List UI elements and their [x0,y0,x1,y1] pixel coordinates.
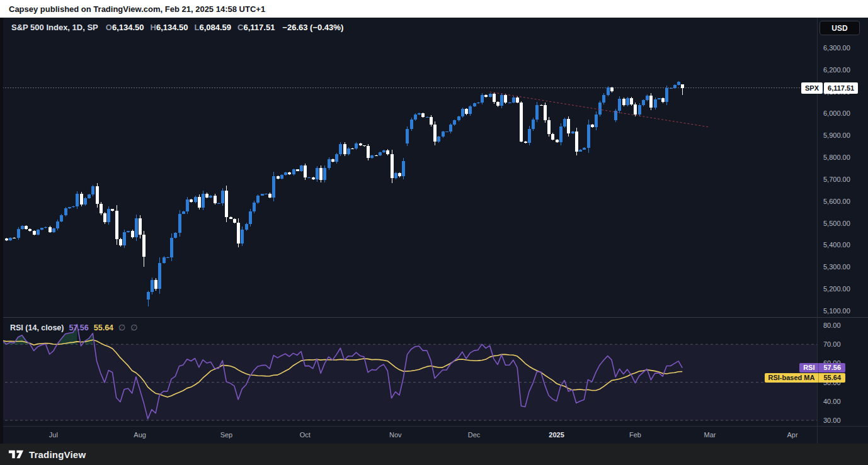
price-axis-label: 6,200.00 [823,65,850,74]
left-edge-strip [0,18,3,444]
tradingview-logo[interactable]: TradingView [8,449,86,460]
change-value: −26.63 (−0.43%) [282,23,343,32]
pane-separator[interactable] [0,317,868,318]
price-axis-label: 6,300.00 [823,43,850,52]
time-axis-label: Apr [780,431,805,439]
rsi-legend: RSI (14, close) 57.56 55.64 ∅ ∅ [10,323,138,332]
time-axis-label: Feb [622,431,648,439]
price-axis-label: 5,500.00 [823,219,850,228]
rsi-current-value: 57.56 [69,323,88,332]
time-axis-label: 2025 [544,431,569,439]
page: Capsey published on TradingView.com, Feb… [0,0,868,465]
tradingview-logo-text: TradingView [29,449,86,460]
price-axis-label: 5,700.00 [823,175,850,184]
candlestick-series [5,81,684,306]
attribution-bar: Capsey published on TradingView.com, Feb… [0,0,868,18]
ohlc-values: O6,134.50 H6,134.50 L6,084.59 C6,117.51 [106,23,275,32]
rsi-value-badge: RSI 57.56 [799,363,845,373]
time-axis-label: Jul [41,431,66,439]
time-axis-label: Mar [697,431,722,439]
rsi-ma-badge-label: RSI-based MA [765,373,819,383]
open-value: O6,134.50 [106,23,144,32]
low-value: L6,084.59 [195,23,232,32]
price-line-value: 6,117.51 [824,82,858,94]
rsi-axis-label: 30.00 [823,416,841,425]
attribution-text: Capsey published on TradingView.com, Feb… [9,4,265,14]
rsi-null-icon-2[interactable]: ∅ [130,323,137,332]
price-axis-label: 5,100.00 [823,306,850,315]
rsi-null-icon-1[interactable]: ∅ [118,323,125,332]
rsi-title[interactable]: RSI (14, close) [10,323,64,332]
symbol-legend: S&P 500 Index, 1D, SP O6,134.50 H6,134.5… [11,23,343,32]
price-line-symbol: SPX [801,82,823,94]
rsi-badge-label: RSI [799,363,818,373]
price-axis-label: 5,200.00 [823,284,850,293]
rsi-ma-current-value: 55.64 [94,323,113,332]
tradingview-logo-icon [8,449,24,459]
rsi-axis-label: 80.00 [823,321,841,330]
price-axis-label: 5,800.00 [823,153,850,162]
high-value: H6,134.50 [151,23,188,32]
price-axis-label: 5,400.00 [823,240,850,249]
time-axis-label: Oct [292,431,317,439]
price-axis-label: 5,900.00 [823,131,850,140]
time-axis-label: Dec [462,431,487,439]
price-axis-label: 5,600.00 [823,197,850,206]
symbol-title[interactable]: S&P 500 Index, 1D, SP [11,23,98,32]
rsi-badge-value: 57.56 [818,363,845,373]
time-axis[interactable]: JulAugSepOctNovDec2025FebMarApr [0,426,868,444]
close-value: C6,117.51 [237,23,275,32]
rsi-ma-badge-value: 55.64 [818,373,845,383]
time-axis-label: Sep [214,431,239,439]
rsi-axis-label: 70.00 [823,340,841,349]
main-chart-canvas[interactable] [0,18,817,426]
time-axis-label: Aug [127,431,152,439]
rsi-ma-value-badge: RSI-based MA 55.64 [765,373,846,383]
price-axis-label: 5,300.00 [823,262,850,271]
price-line-badge: SPX 6,117.51 [801,82,858,94]
footer-bar: TradingView [0,444,868,465]
price-axis-label: 6,000.00 [823,109,850,118]
chart-widget: S&P 500 Index, 1D, SP O6,134.50 H6,134.5… [0,18,868,444]
currency-button[interactable]: USD [819,21,860,35]
time-axis-label: Nov [383,431,408,439]
rsi-axis-label: 40.00 [823,397,841,406]
